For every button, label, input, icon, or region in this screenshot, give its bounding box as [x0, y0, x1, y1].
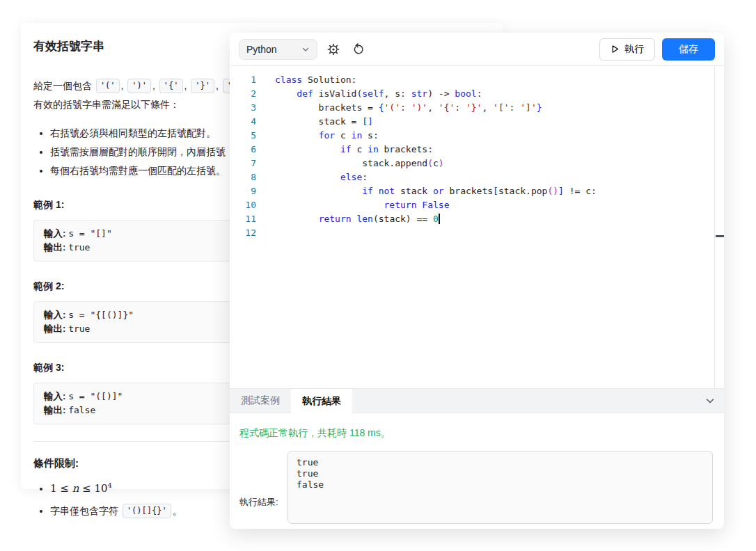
output-label: 輸出: — [44, 405, 66, 415]
gear-icon — [327, 43, 340, 56]
line-number: 8 — [230, 170, 256, 184]
run-button-label: 執行 — [624, 43, 644, 56]
input-value: s = "([)]" — [68, 391, 123, 401]
run-button[interactable]: 執行 — [599, 38, 655, 61]
language-select-value: Python — [246, 44, 277, 55]
bracket-chip: '{' — [159, 79, 183, 93]
code-line: 10 return False — [230, 198, 724, 212]
tab-test-cases[interactable]: 測試案例 — [230, 389, 291, 413]
cursor-position-marker — [716, 235, 724, 237]
line-number: 2 — [230, 87, 256, 101]
run-status-text: 程式碼正常執行，共耗時 118 ms。 — [239, 427, 714, 440]
code-line: 5 for c in s: — [230, 129, 724, 143]
run-result-panel: 程式碼正常執行，共耗時 118 ms。 執行結果: true true fals… — [230, 413, 724, 529]
line-number: 9 — [230, 184, 256, 198]
result-output-label: 執行結果: — [239, 496, 278, 509]
code-line: 1class Solution: — [230, 73, 724, 87]
chevron-down-icon — [301, 45, 310, 54]
intro-line-1: 給定一個包含 '(', ')', '{', '}', '[' — [33, 80, 247, 91]
code-line: 12 — [230, 226, 724, 240]
code-line: 2 def isValid(self, s: str) -> bool: — [230, 87, 724, 101]
code-line: 9 if not stack or brackets[stack.pop()] … — [230, 184, 724, 198]
input-value: s = "[]" — [68, 228, 112, 239]
line-number: 7 — [230, 157, 256, 170]
code-panel: Python 執行 — [230, 33, 724, 529]
output-value: true — [68, 242, 90, 253]
settings-button[interactable] — [324, 40, 342, 58]
line-number: 1 — [230, 73, 256, 87]
output-value: true — [68, 324, 90, 334]
bracket-chip: '}' — [191, 79, 214, 93]
line-number: 10 — [230, 198, 256, 212]
code-line: 8 else: — [230, 170, 724, 184]
line-number: 12 — [230, 226, 256, 240]
editor-scrollbar[interactable] — [714, 66, 724, 388]
language-select[interactable]: Python — [239, 39, 317, 60]
result-tabstrip: 測試案例 執行結果 — [230, 388, 724, 413]
bracket-chip: ')' — [127, 79, 151, 93]
input-label: 輸入: — [44, 310, 66, 320]
result-row: 執行結果: true true false — [239, 451, 713, 524]
input-value: s = "{[()]}" — [68, 310, 134, 320]
line-number: 6 — [230, 143, 256, 157]
input-label: 輸入: — [44, 228, 66, 239]
code-line: 3 brackets = {'(': ')', '{': '}', '[': '… — [230, 101, 724, 115]
output-label: 輸出: — [44, 324, 66, 334]
code-line: 7 stack.append(c) — [230, 157, 724, 170]
play-icon — [611, 45, 620, 54]
code-line: 4 stack = [] — [230, 115, 724, 129]
bracket-chip: '(' — [96, 79, 120, 93]
reset-code-button[interactable] — [349, 40, 368, 58]
intro-line-2: 有效的括號字串需滿足以下條件： — [33, 99, 180, 110]
editor-toolbar: Python 執行 — [230, 33, 724, 66]
line-number: 5 — [230, 129, 256, 143]
code-lines: 1class Solution:2 def isValid(self, s: s… — [230, 73, 724, 240]
undo-icon — [352, 43, 365, 56]
chevron-down-icon — [704, 395, 716, 406]
text-cursor — [439, 214, 440, 224]
charset-chip: '()[]{}' — [123, 504, 171, 518]
line-number: 3 — [230, 101, 256, 115]
collapse-panel-button[interactable] — [704, 395, 716, 409]
output-label: 輸出: — [44, 242, 66, 253]
output-value: false — [68, 405, 95, 415]
input-label: 輸入: — [44, 391, 66, 401]
code-line: 6 if c in brackets: — [230, 143, 724, 157]
code-editor[interactable]: 1class Solution:2 def isValid(self, s: s… — [230, 66, 724, 388]
math-expression: 1 ≤ n ≤ 104 — [50, 482, 112, 495]
line-number: 4 — [230, 115, 256, 129]
code-line: 11 return len(stack) == 0 — [230, 212, 724, 226]
line-number: 11 — [230, 212, 256, 226]
tab-run-result[interactable]: 執行結果 — [291, 389, 352, 413]
save-button[interactable]: 儲存 — [662, 38, 715, 61]
result-output-box: true true false — [288, 451, 713, 524]
